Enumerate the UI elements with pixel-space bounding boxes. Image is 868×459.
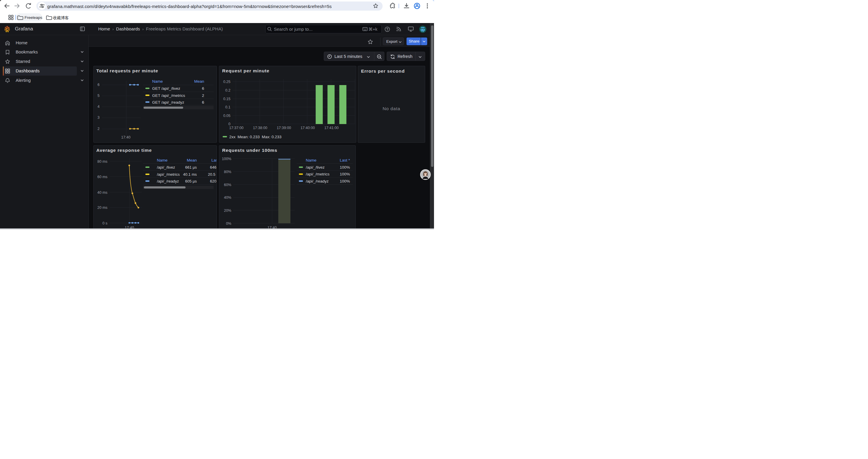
svg-text:/api/_/livez: /api/_/livez bbox=[306, 165, 325, 169]
svg-text:Last *: Last * bbox=[211, 158, 217, 162]
svg-text:100%: 100% bbox=[340, 165, 350, 169]
svg-text:620 µs: 620 µs bbox=[210, 179, 217, 183]
svg-text:Request per minute: Request per minute bbox=[222, 68, 270, 73]
svg-text:Mean: Mean bbox=[187, 158, 197, 162]
svg-text:2xx: 2xx bbox=[229, 135, 236, 139]
svg-text:661 µs: 661 µs bbox=[185, 165, 197, 169]
svg-text:Name: Name bbox=[306, 158, 316, 162]
svg-text:2: 2 bbox=[97, 127, 99, 131]
svg-text:40.1 ms: 40.1 ms bbox=[183, 172, 197, 176]
svg-text:Requests under 100ms: Requests under 100ms bbox=[222, 148, 277, 153]
svg-text:17:40:00: 17:40:00 bbox=[301, 126, 315, 130]
svg-text:0.2: 0.2 bbox=[225, 88, 230, 93]
svg-text:20%: 20% bbox=[224, 208, 231, 213]
svg-text:40 ms: 40 ms bbox=[97, 190, 107, 194]
svg-text:100%: 100% bbox=[340, 172, 350, 176]
svg-text:605 µs: 605 µs bbox=[185, 179, 197, 183]
svg-text:0 s: 0 s bbox=[102, 221, 107, 225]
svg-text:Max: 0.233: Max: 0.233 bbox=[262, 135, 282, 139]
svg-text:60%: 60% bbox=[224, 183, 231, 187]
svg-text:0.15: 0.15 bbox=[223, 97, 230, 101]
svg-text:/api/_/readyz: /api/_/readyz bbox=[306, 179, 329, 183]
svg-text:100%: 100% bbox=[222, 157, 231, 161]
svg-text:6: 6 bbox=[202, 100, 204, 104]
svg-text:20.5 ms: 20.5 ms bbox=[208, 172, 217, 176]
svg-text:/api/_/readyz: /api/_/readyz bbox=[157, 179, 179, 183]
svg-text:Name: Name bbox=[152, 79, 163, 84]
svg-text:Total requests per minute: Total requests per minute bbox=[96, 68, 158, 73]
svg-text:100%: 100% bbox=[340, 179, 350, 183]
svg-text:Last *: Last * bbox=[340, 158, 350, 162]
svg-text:6: 6 bbox=[97, 83, 99, 87]
svg-text:0.1: 0.1 bbox=[225, 105, 230, 109]
svg-text:GET /api/_/readyz: GET /api/_/readyz bbox=[152, 100, 184, 104]
svg-text:/api/_/metrics: /api/_/metrics bbox=[306, 172, 330, 176]
svg-text:80 ms: 80 ms bbox=[97, 159, 107, 163]
svg-text:/api/_/metrics: /api/_/metrics bbox=[157, 172, 180, 176]
svg-text:2: 2 bbox=[202, 93, 204, 98]
svg-text:/api/_/livez: /api/_/livez bbox=[157, 165, 175, 169]
svg-text:0%: 0% bbox=[226, 221, 231, 225]
svg-text:0.25: 0.25 bbox=[223, 80, 230, 84]
svg-text:6: 6 bbox=[202, 86, 204, 91]
svg-text:GET /api/_/livez: GET /api/_/livez bbox=[152, 86, 180, 91]
svg-text:40%: 40% bbox=[224, 196, 231, 200]
svg-text:GET /api/_/metrics: GET /api/_/metrics bbox=[152, 93, 185, 98]
svg-text:60 ms: 60 ms bbox=[97, 174, 107, 179]
svg-text:17:37:00: 17:37:00 bbox=[229, 126, 243, 130]
svg-text:17:39:00: 17:39:00 bbox=[277, 126, 291, 130]
svg-text:Average response time: Average response time bbox=[96, 148, 152, 153]
svg-text:646 µs: 646 µs bbox=[210, 165, 217, 169]
svg-text:0: 0 bbox=[228, 122, 230, 126]
svg-text:4: 4 bbox=[97, 104, 99, 109]
svg-text:Mean: Mean bbox=[194, 79, 204, 84]
svg-text:17:40: 17:40 bbox=[121, 135, 130, 139]
svg-text:17:38:00: 17:38:00 bbox=[253, 126, 267, 130]
svg-text:0.05: 0.05 bbox=[223, 114, 230, 118]
svg-text:80%: 80% bbox=[224, 169, 231, 174]
svg-text:17:41:00: 17:41:00 bbox=[324, 126, 339, 130]
svg-text:20 ms: 20 ms bbox=[97, 205, 107, 210]
svg-text:Name: Name bbox=[157, 158, 167, 162]
svg-text:Mean: 0.233: Mean: 0.233 bbox=[238, 135, 260, 139]
svg-text:5: 5 bbox=[97, 94, 99, 98]
svg-text:3: 3 bbox=[97, 116, 99, 120]
